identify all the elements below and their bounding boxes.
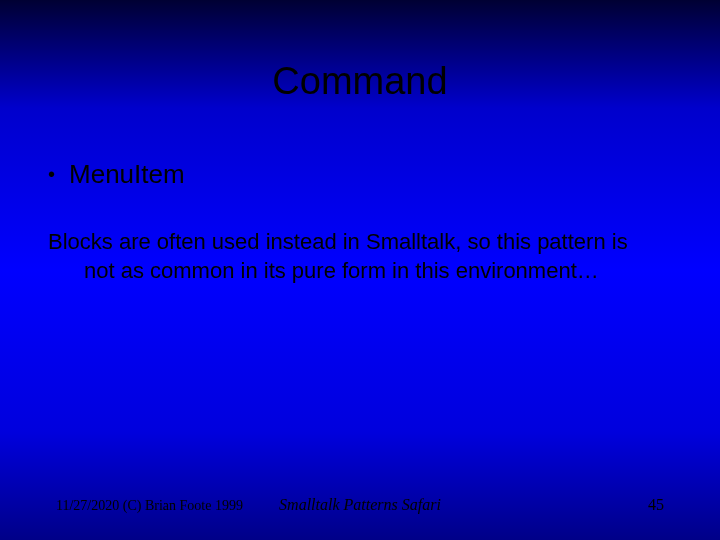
body-text-content: Blocks are often used instead in Smallta… <box>48 228 660 285</box>
bullet-list: • MenuItem <box>0 103 720 190</box>
footer-page-number: 45 <box>648 496 664 514</box>
bullet-item: • MenuItem <box>48 159 720 190</box>
slide-footer: 11/27/2020 (C) Brian Foote 1999 Smalltal… <box>0 496 720 514</box>
bullet-dot-icon: • <box>48 159 55 189</box>
footer-copyright: (C) Brian Foote 1999 <box>123 498 243 513</box>
body-paragraph: Blocks are often used instead in Smallta… <box>0 190 720 285</box>
footer-date: 11/27/2020 <box>56 498 119 513</box>
slide-title: Command <box>0 0 720 103</box>
footer-left: 11/27/2020 (C) Brian Foote 1999 <box>56 498 243 514</box>
footer-center-title: Smalltalk Patterns Safari <box>279 496 441 514</box>
bullet-text: MenuItem <box>69 159 185 190</box>
